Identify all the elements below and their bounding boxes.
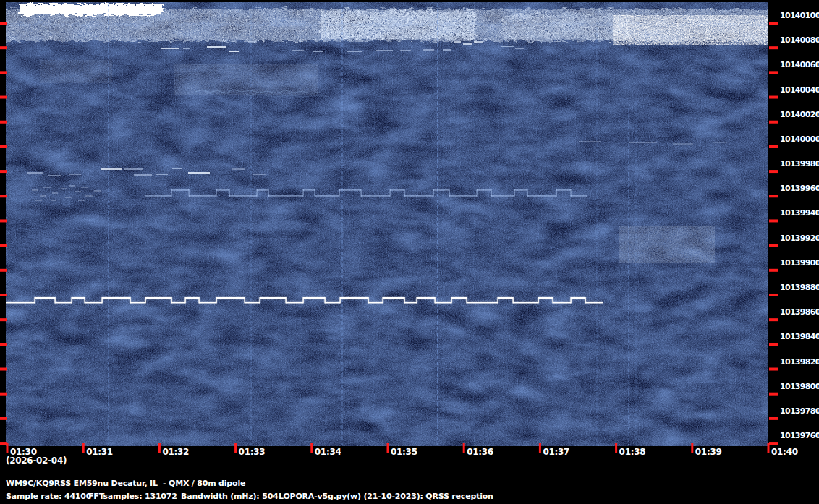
fsk-step (368, 297, 368, 303)
cw-dash (454, 41, 461, 43)
fsk-segment (538, 297, 553, 299)
fsk-step (434, 297, 435, 303)
fsk-segment (477, 189, 491, 191)
freq-label: 10139760 (780, 432, 819, 440)
fsk-segment (185, 297, 199, 299)
freq-tick-right (769, 170, 778, 173)
freq-tick-left (0, 343, 7, 346)
freq-label: 10139980 (780, 160, 819, 168)
freq-label: 10139860 (780, 308, 819, 317)
noise-speckle-layer (6, 2, 768, 446)
fsk-step (216, 297, 216, 303)
fsk-segment (339, 189, 361, 191)
freq-tick-left (0, 195, 7, 197)
fsk-segment (55, 302, 72, 303)
fsk-segment (286, 302, 303, 303)
cw-dash (156, 174, 168, 175)
cw-dash (32, 189, 38, 191)
fsk-step (184, 297, 185, 303)
freq-tick-left (0, 170, 7, 173)
fsk-segment (571, 195, 587, 197)
time-tick (768, 443, 770, 453)
fsk-segment (229, 195, 257, 197)
fsk-step (285, 297, 286, 303)
fsk-step (466, 297, 467, 303)
fsk-segment (216, 297, 245, 299)
fsk-step (188, 189, 189, 197)
time-tick (615, 443, 617, 453)
cw-dash (48, 175, 61, 176)
freq-tick-left (0, 46, 7, 49)
time-tick (691, 443, 693, 453)
cw-dash (629, 142, 657, 143)
freq-tick-left (0, 22, 7, 25)
fsk-segment (390, 189, 404, 191)
fsk-step (404, 189, 404, 197)
cw-dash (313, 51, 323, 52)
fsk-segment (571, 297, 585, 299)
freq-tick-right (769, 343, 778, 346)
fsk-segment (383, 297, 404, 299)
spectrogram-canvas (0, 0, 819, 504)
sample-rate-info: Sample rate: 44100 (6, 492, 91, 501)
fsk-segment (268, 195, 303, 197)
fsk-step (449, 189, 449, 197)
fsk-segment (303, 297, 325, 299)
fsk-segment (171, 302, 185, 303)
fsk-segment (216, 189, 229, 191)
fsk-segment (361, 195, 390, 197)
time-tick (158, 443, 161, 453)
cw-dash (248, 41, 257, 43)
fsk-segment (527, 195, 556, 197)
time-label: 01:36 (467, 448, 493, 457)
freq-tick-right (769, 417, 778, 420)
cw-dash (43, 187, 51, 188)
fsk-segment (260, 297, 286, 299)
fsk-step (491, 189, 491, 197)
fsk-segment (245, 302, 260, 303)
fsk-segment (467, 302, 498, 303)
cw-dash (65, 197, 72, 198)
saturated-white-block (18, 2, 161, 14)
fsk-step (34, 297, 35, 303)
cw-dash (172, 168, 182, 169)
time-label: 01:32 (162, 448, 189, 457)
cw-dash (51, 200, 56, 201)
cw-dash (61, 188, 67, 189)
cw-dash (515, 48, 524, 49)
waterfall-area (3, 2, 771, 446)
qrss-grabber-image: 1014010010140080101400601014004010140020… (0, 0, 819, 504)
fsk-step (404, 297, 404, 303)
freq-label: 10139940 (780, 209, 819, 218)
cw-dash (188, 172, 210, 174)
freq-label: 10139780 (780, 407, 819, 416)
fsk-segment (433, 189, 449, 191)
cw-dash (463, 43, 472, 45)
fsk-step (570, 297, 571, 303)
fsk-step (256, 189, 257, 197)
cw-dash (35, 200, 42, 201)
fsk-segment (404, 195, 433, 197)
fsk-step (171, 297, 171, 303)
cw-dash (78, 200, 85, 201)
cw-dash (75, 191, 81, 192)
fsk-segment (85, 302, 102, 303)
fsk-segment (325, 302, 340, 303)
time-tick (7, 443, 9, 453)
fsk-segment (315, 195, 339, 197)
freq-tick-left (0, 318, 7, 321)
fsk-segment (189, 195, 216, 197)
fsk-segment (404, 302, 417, 303)
fsk-step (538, 297, 538, 303)
fsk-segment (171, 189, 189, 191)
fsk-step (570, 189, 571, 197)
fsk-segment (303, 189, 315, 191)
freq-tick-left (0, 442, 7, 445)
fsk-step (339, 297, 340, 303)
cw-dash (292, 50, 304, 51)
noise-patch (181, 69, 311, 90)
time-tick (387, 443, 389, 453)
freq-label: 10139920 (780, 234, 819, 243)
freq-tick-left (0, 219, 7, 222)
fsk-step (101, 297, 102, 303)
